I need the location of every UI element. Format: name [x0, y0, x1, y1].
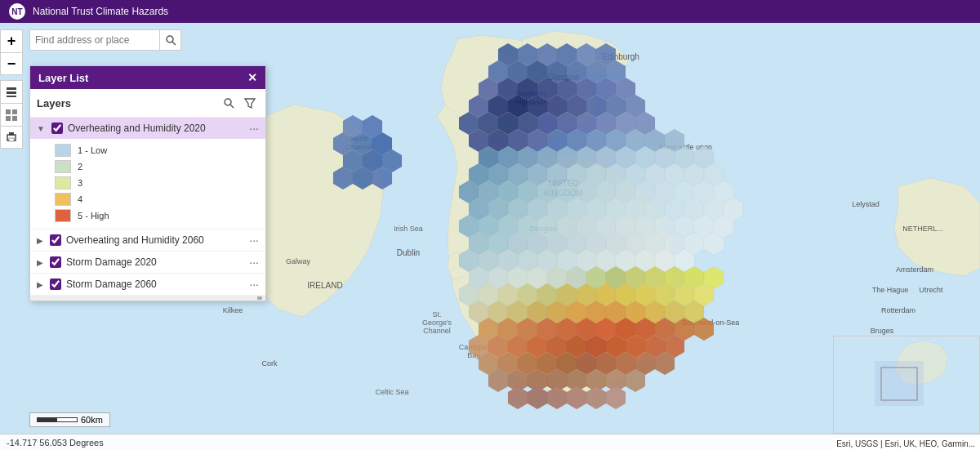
search-input[interactable]	[29, 29, 160, 51]
app-header: NT National Trust Climate Hazards	[0, 0, 980, 23]
svg-rect-281	[6, 109, 11, 114]
layer-2-checkbox[interactable]	[50, 234, 61, 246]
svg-text:Utrecht: Utrecht	[919, 286, 943, 294]
zoom-out-button[interactable]: −	[0, 52, 23, 75]
zoom-controls: + −	[0, 29, 23, 75]
legend-swatch-4	[55, 193, 71, 206]
layer-1-checkbox[interactable]	[51, 123, 63, 134]
attribution-text: Esri, USGS | Esri, UK, HEO, Garmin...	[836, 439, 975, 448]
layer-1-legend: 1 - Low 2 3 4 5 - High	[30, 139, 265, 229]
attribution: Esri, USGS | Esri, UK, HEO, Garmin...	[831, 438, 980, 450]
svg-text:IRELAND: IRELAND	[307, 281, 342, 290]
layer-1-more-icon[interactable]: ···	[249, 122, 259, 135]
svg-text:Bay: Bay	[467, 351, 480, 359]
svg-text:Douglas: Douglas	[529, 225, 557, 233]
scale-bar: 60km	[29, 412, 110, 427]
layer-1-name: Overheating and Humidity 2020	[68, 123, 244, 134]
legend-item-3: 3	[55, 175, 252, 191]
svg-marker-292	[245, 99, 255, 108]
layer-item-4: ▶ Storm Damage 2060 ···	[30, 274, 265, 296]
svg-text:Galway: Galway	[286, 257, 311, 265]
nav-icon-buttons	[0, 80, 23, 149]
svg-text:Newcastle upon: Newcastle upon	[660, 143, 712, 151]
layers-icon	[5, 86, 18, 99]
coordinates-display: -14.717 56.053 Degrees	[0, 438, 110, 448]
svg-rect-282	[12, 109, 17, 114]
layer-3-more-icon[interactable]: ···	[249, 256, 259, 269]
layer-item-3-header[interactable]: ▶ Storm Damage 2020 ···	[30, 252, 265, 273]
svg-text:Irish Sea: Irish Sea	[394, 225, 423, 233]
zoom-in-button[interactable]: +	[0, 29, 23, 52]
layer-item-2-header[interactable]: ▶ Overheating and Humidity 2060 ···	[30, 229, 265, 251]
search-bar	[29, 29, 181, 51]
legend-label-3: 3	[78, 178, 82, 188]
search-layers-button[interactable]	[220, 94, 238, 112]
svg-text:NETHERL...: NETHERL...	[902, 225, 943, 233]
layers-title: Layers	[37, 97, 71, 109]
svg-rect-284	[12, 116, 17, 121]
layer-item-4-header[interactable]: ▶ Storm Damage 2060 ···	[30, 274, 265, 295]
svg-text:Southend-on-Sea: Southend-on-Sea	[682, 319, 740, 327]
basemap-toggle-button[interactable]	[0, 103, 23, 126]
layer-4-name: Storm Damage 2060	[66, 278, 244, 290]
print-button[interactable]	[0, 126, 23, 149]
svg-point-290	[225, 99, 231, 105]
layer-item-1: ▼ Overheating and Humidity 2020 ··· 1 - …	[30, 118, 265, 229]
filter-layers-icon	[244, 97, 256, 109]
svg-text:NT: NT	[11, 7, 22, 16]
svg-point-288	[167, 36, 173, 42]
svg-rect-278	[7, 87, 16, 90]
layers-toggle-button[interactable]	[0, 80, 23, 103]
layer-item-2: ▶ Overheating and Humidity 2060 ···	[30, 229, 265, 252]
svg-text:Kilkee: Kilkee	[223, 306, 243, 314]
app-title: National Trust Climate Hazards	[33, 6, 168, 17]
layer-4-checkbox[interactable]	[50, 278, 61, 290]
layers-toolbar: Layers	[30, 89, 265, 118]
legend-label-2: 2	[78, 162, 82, 172]
svg-text:Lelystad: Lelystad	[852, 200, 880, 208]
svg-text:KINGDOM: KINGDOM	[544, 189, 583, 198]
svg-rect-280	[7, 96, 16, 97]
layer-2-name: Overheating and Humidity 2060	[66, 234, 244, 246]
legend-item-2: 2	[55, 158, 252, 175]
legend-swatch-2	[55, 160, 71, 173]
svg-text:George's: George's	[422, 319, 452, 327]
mini-map	[833, 336, 980, 434]
svg-text:Channel: Channel	[423, 327, 451, 335]
layer-panel-header: Layer List ✕	[30, 66, 265, 89]
layer-2-more-icon[interactable]: ···	[249, 234, 259, 247]
svg-text:Cork: Cork	[261, 359, 278, 368]
svg-rect-287	[9, 138, 14, 141]
layer-item-1-header[interactable]: ▼ Overheating and Humidity 2020 ···	[30, 118, 265, 139]
svg-text:Glasgow: Glasgow	[548, 73, 581, 82]
legend-swatch-3	[55, 176, 71, 189]
layer-panel-title: Layer List	[38, 72, 88, 84]
svg-text:St.: St.	[432, 310, 441, 319]
svg-line-289	[172, 42, 176, 45]
svg-text:Rotterdam: Rotterdam	[881, 306, 915, 314]
legend-label-1: 1 - Low	[78, 145, 107, 155]
svg-text:Edinburgh: Edinburgh	[602, 52, 639, 61]
legend-swatch-1	[55, 144, 71, 157]
layer-2-expand-icon: ▶	[37, 236, 43, 245]
svg-text:Highlands: Highlands	[514, 98, 548, 106]
basemap-icon	[5, 109, 18, 122]
scroll-indicator	[30, 296, 265, 301]
layer-3-checkbox[interactable]	[50, 256, 61, 268]
filter-layers-button[interactable]	[241, 94, 259, 112]
layer-item-3: ▶ Storm Damage 2020 ···	[30, 252, 265, 274]
search-layers-icon	[223, 97, 234, 109]
svg-text:UNITED: UNITED	[548, 179, 578, 188]
svg-text:Dublin: Dublin	[397, 248, 420, 257]
svg-text:Bruges: Bruges	[871, 327, 894, 335]
layer-3-expand-icon: ▶	[37, 258, 43, 267]
svg-rect-286	[9, 132, 14, 136]
svg-text:Southern: Southern	[516, 90, 546, 98]
layer-panel-close-button[interactable]: ✕	[247, 71, 257, 84]
layer-panel: Layer List ✕ Layers ▼ Overheating and Hu…	[29, 65, 266, 301]
search-button[interactable]	[160, 29, 181, 51]
layer-4-more-icon[interactable]: ···	[249, 278, 259, 291]
legend-label-4: 4	[78, 194, 82, 204]
legend-item-5: 5 - High	[55, 207, 252, 224]
search-icon	[165, 34, 176, 46]
